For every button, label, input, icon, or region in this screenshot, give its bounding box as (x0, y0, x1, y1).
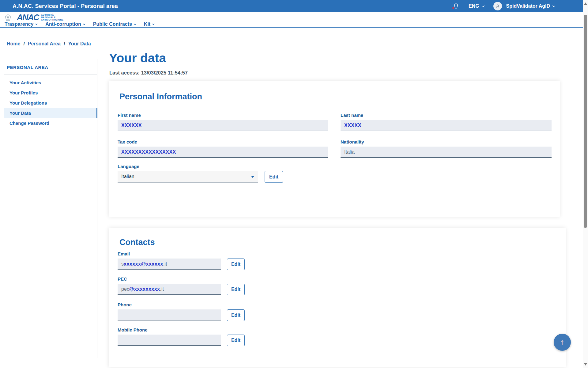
person-icon (495, 4, 500, 9)
sidebar-item-your-profiles[interactable]: Your Profiles (4, 88, 97, 98)
nationality-label: Nationality (341, 139, 552, 145)
nationality-value: Italia (344, 149, 355, 155)
sidebar-list: Your Activities Your Profiles Your Deleg… (4, 78, 97, 128)
phone-group: Phone (118, 302, 221, 320)
language-selector[interactable]: ENG (469, 3, 484, 9)
nav-label: Public Contracts (93, 21, 132, 27)
pec-group: PEC pec@xxxxxxxxx.it (118, 276, 221, 295)
sidebar: PERSONAL AREA Your Activities Your Profi… (4, 59, 97, 358)
user-menu[interactable]: SpidValidator AgID (506, 3, 555, 9)
app-title: A.N.AC. Services Portal - Personal area (13, 0, 118, 12)
sidebar-title: PERSONAL AREA (7, 65, 97, 70)
mobile-phone-group: Mobile Phone (118, 327, 221, 346)
anac-wordmark: ANAC (17, 13, 39, 21)
nav-item-anti-corruption[interactable]: Anti-corruption (45, 21, 85, 27)
breadcrumb-current: Your Data (68, 41, 91, 47)
chevron-down-icon (134, 22, 136, 25)
chevron-down-icon (152, 22, 155, 25)
pec-prefix: pec (121, 286, 129, 292)
email-field: sxxxxxx@xxxxxx.it (118, 259, 221, 270)
edit-phone-button[interactable]: Edit (227, 309, 245, 321)
nav-label: Trasparency (5, 21, 33, 27)
top-bar: A.N.AC. Services Portal - Personal area … (0, 0, 583, 12)
scrollbar-up-arrow[interactable] (584, 2, 587, 5)
italy-emblem-icon (5, 14, 11, 21)
last-name-field: XXXXX (341, 120, 552, 131)
scrollbar-thumb[interactable] (584, 15, 587, 228)
tax-code-group: Tax code XXXXXXXXXXXXXXXX (118, 139, 328, 158)
personal-information-card: Personal Information First name XXXXXX L… (109, 81, 560, 217)
pec-label: PEC (118, 276, 221, 282)
logo-divider (14, 14, 14, 21)
sidebar-item-your-data[interactable]: Your Data (4, 108, 97, 118)
last-access: Last access: 13/03/2025 11:54:57 (109, 70, 188, 76)
language-label: ENG (469, 3, 479, 9)
breadcrumb-separator: / (23, 41, 24, 47)
first-name-field: XXXXXX (118, 120, 328, 131)
last-name-value: XXXXX (344, 123, 361, 128)
nav-label: Anti-corruption (45, 21, 81, 27)
language-field-label: Language (118, 164, 258, 169)
nav-item-public-contracts[interactable]: Public Contracts (93, 21, 136, 27)
avatar (493, 2, 502, 10)
last-name-group: Last name XXXXX (341, 113, 552, 131)
language-group: Language Italian (118, 164, 258, 182)
edit-language-button[interactable]: Edit (265, 171, 283, 183)
breadcrumb-personal-area[interactable]: Personal Area (28, 41, 61, 47)
first-name-group: First name XXXXXX (118, 113, 328, 131)
anac-subtitle-line: ANTICORRUZIONE (41, 19, 64, 21)
first-name-value: XXXXXX (121, 123, 142, 128)
phone-label: Phone (118, 302, 221, 308)
last-name-label: Last name (341, 113, 552, 118)
edit-email-button[interactable]: Edit (227, 259, 245, 270)
email-group: Email sxxxxxx@xxxxxx.it (118, 251, 221, 270)
breadcrumb-separator: / (64, 41, 65, 47)
top-bar-actions: ENG SpidValidator AgID (453, 0, 555, 12)
mobile-phone-field (118, 335, 221, 346)
caret-down-icon (251, 176, 254, 178)
language-select[interactable]: Italian (118, 171, 258, 182)
contacts-heading: Contacts (119, 238, 155, 247)
nationality-group: Nationality Italia (341, 139, 552, 158)
email-redacted: xxxxxx@xxxxxx (124, 261, 163, 267)
main-nav: Trasparency Anti-corruption Public Contr… (5, 21, 154, 27)
nav-item-trasparency[interactable]: Trasparency (5, 21, 37, 27)
scroll-to-top-button[interactable]: ↑ (554, 334, 571, 351)
phone-field (118, 309, 221, 320)
breadcrumb: Home / Personal Area / Your Data (7, 41, 91, 47)
personal-information-heading: Personal Information (119, 92, 202, 102)
email-prefix: s (121, 261, 124, 267)
chevron-down-icon (83, 22, 85, 25)
pec-suffix: .it (160, 286, 164, 292)
scrollbar[interactable] (583, 0, 588, 368)
arrow-up-icon: ↑ (560, 337, 564, 347)
nav-item-kit[interactable]: Kit (144, 21, 154, 27)
pec-redacted: @xxxxxxxxx (129, 286, 160, 292)
site-header: ANAC AUTORITÀ NAZIONALE ANTICORRUZIONE T… (0, 12, 583, 28)
nav-label: Kit (144, 21, 150, 27)
breadcrumb-home[interactable]: Home (7, 41, 20, 47)
tax-code-label: Tax code (118, 139, 328, 145)
page-title: Your data (109, 51, 166, 65)
pec-field: pec@xxxxxxxxx.it (118, 284, 221, 295)
tax-code-value: XXXXXXXXXXXXXXXX (121, 149, 176, 155)
sidebar-divider (4, 75, 97, 75)
language-select-value: Italian (121, 174, 134, 179)
scrollbar-down-arrow[interactable] (584, 363, 587, 366)
user-name: SpidValidator AgID (506, 3, 550, 9)
first-name-label: First name (118, 113, 328, 118)
mobile-phone-label: Mobile Phone (118, 327, 221, 333)
sidebar-item-change-password[interactable]: Change Password (4, 118, 97, 128)
anac-subtitle: AUTORITÀ NAZIONALE ANTICORRUZIONE (41, 14, 64, 21)
edit-pec-button[interactable]: Edit (227, 284, 245, 295)
nationality-field: Italia (341, 147, 552, 158)
edit-mobile-phone-button[interactable]: Edit (227, 335, 245, 346)
sidebar-item-your-delegations[interactable]: Your Delegations (4, 98, 97, 108)
sidebar-item-your-activities[interactable]: Your Activities (4, 78, 97, 88)
notifications-button[interactable] (453, 3, 459, 10)
chevron-down-icon (35, 22, 38, 25)
email-label: Email (118, 251, 221, 257)
logo[interactable]: ANAC AUTORITÀ NAZIONALE ANTICORRUZIONE (5, 13, 64, 21)
contacts-card: Contacts Email sxxxxxx@xxxxxx.it Edit PE… (109, 228, 566, 367)
tax-code-field: XXXXXXXXXXXXXXXX (118, 147, 328, 158)
